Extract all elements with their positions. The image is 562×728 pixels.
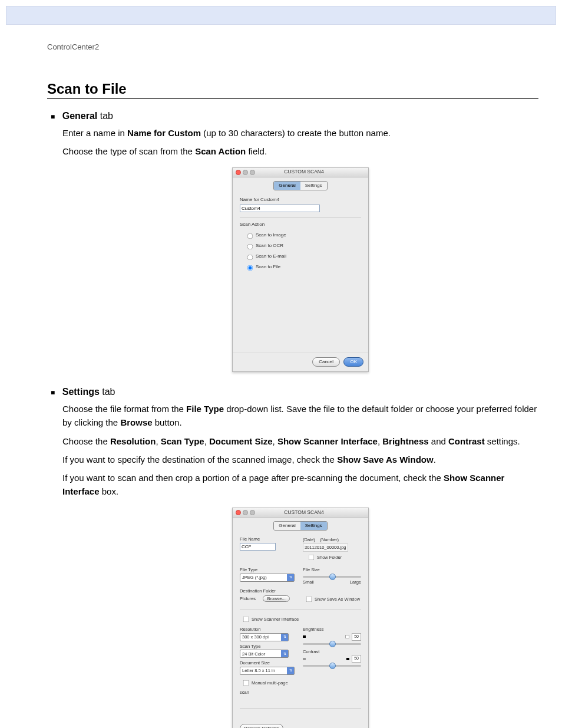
t: (up to 30 characters) to create the butt… xyxy=(201,128,391,138)
t: Scan Action xyxy=(195,146,246,156)
bullet-settings-bold: Settings xyxy=(62,387,100,397)
brightness-label: Brightness xyxy=(303,626,361,633)
resolution-label: Resolution xyxy=(240,626,298,633)
file-type-select[interactable]: JPEG (*.jpg)⇅ xyxy=(240,574,295,582)
scan-to-ocr-option[interactable]: Scan to OCR xyxy=(240,241,361,251)
brightness-dark-icon xyxy=(303,635,306,638)
scan-to-file-option[interactable]: Scan to File xyxy=(240,262,361,272)
t: Choose the type of scan from the xyxy=(62,146,195,156)
restore-defaults-button[interactable]: Restore Defaults xyxy=(240,724,283,728)
bullet-general-bold: General xyxy=(62,111,98,121)
tab-general[interactable]: General xyxy=(274,182,300,190)
bullet-settings-rest: tab xyxy=(100,387,115,397)
t: field. xyxy=(246,146,267,156)
t: Enter a name in xyxy=(62,128,127,138)
tab-settings[interactable]: Settings xyxy=(300,522,327,530)
dialog-title: CUSTOM SCAN4 xyxy=(250,168,358,176)
show-scanner-interface-checkbox[interactable] xyxy=(243,617,249,622)
document-size-label: Document Size xyxy=(240,660,298,667)
contrast-low-icon xyxy=(303,658,306,660)
file-name-input[interactable] xyxy=(240,543,276,551)
page-title: Scan to File xyxy=(47,81,538,97)
bullet-general-rest: tab xyxy=(97,111,113,121)
number-label: (Number) xyxy=(320,537,339,542)
file-size-slider[interactable] xyxy=(303,576,361,578)
top-breadcrumb: ControlCenter2 xyxy=(47,42,538,51)
show-folder-checkbox[interactable] xyxy=(309,555,315,561)
brightness-light-icon xyxy=(345,635,349,638)
show-save-as-label: Show Save As Window xyxy=(315,597,360,602)
dialog-titlebar: CUSTOM SCAN4 xyxy=(233,508,368,518)
brightness-slider[interactable] xyxy=(303,643,361,645)
resolution-select[interactable]: 300 x 300 dpi⇅ xyxy=(240,633,289,641)
chevron-updown-icon: ⇅ xyxy=(281,634,288,641)
minimize-icon xyxy=(243,510,248,515)
file-size-small: Small xyxy=(303,579,314,586)
date-number-value: 30112010_00000.jpg xyxy=(303,543,348,552)
file-type-label: File Type xyxy=(240,566,298,574)
tab-settings[interactable]: Settings xyxy=(300,182,327,190)
top-document-band xyxy=(6,6,556,25)
scan-type-select[interactable]: 24 Bit Color⇅ xyxy=(240,650,289,658)
title-underline xyxy=(47,98,538,99)
close-icon[interactable] xyxy=(236,170,241,175)
scan-to-email-option[interactable]: Scan to E-mail xyxy=(240,251,361,262)
file-size-large: Large xyxy=(350,579,361,586)
dest-folder-value: Pictures xyxy=(240,596,256,601)
ok-button[interactable]: OK xyxy=(343,357,363,367)
manual-multipage-checkbox[interactable] xyxy=(243,680,249,686)
contrast-label: Contrast xyxy=(303,648,361,655)
file-name-label: File Name xyxy=(240,536,298,543)
tab-general[interactable]: General xyxy=(274,522,300,530)
dest-folder-label: Destination Folder xyxy=(240,588,298,595)
contrast-high-icon xyxy=(346,658,349,660)
minimize-icon xyxy=(243,170,248,175)
dialog-settings: CUSTOM SCAN4 General Settings File Name xyxy=(232,508,369,728)
dialog-title: CUSTOM SCAN4 xyxy=(250,509,358,516)
t: Name for Custom xyxy=(127,128,201,138)
show-save-as-checkbox[interactable] xyxy=(306,597,312,602)
dialog-titlebar: CUSTOM SCAN4 xyxy=(233,168,368,177)
scan-type-label: Scan Type xyxy=(240,643,298,650)
file-size-label: File Size xyxy=(303,566,361,574)
cancel-button[interactable]: Cancel xyxy=(312,357,340,367)
brightness-value: 50 xyxy=(352,633,361,641)
name-for-custom-input[interactable] xyxy=(240,205,320,212)
chevron-updown-icon: ⇅ xyxy=(281,650,288,657)
close-icon[interactable] xyxy=(236,510,241,515)
date-label: (Date) xyxy=(303,537,315,542)
name-for-custom-label: Name for Custom4 xyxy=(240,196,361,203)
browse-button[interactable]: Browse... xyxy=(263,595,289,602)
show-scanner-interface-label: Show Scanner Interface xyxy=(252,617,299,622)
show-folder-label: Show Folder xyxy=(317,555,342,560)
scan-action-label: Scan Action xyxy=(240,221,361,228)
contrast-value: 50 xyxy=(352,655,361,663)
document-size-select[interactable]: Letter 8.5 x 11 in⇅ xyxy=(240,667,295,675)
dialog-general: CUSTOM SCAN4 General Settings Name for C… xyxy=(232,167,369,373)
scan-to-image-option[interactable]: Scan to Image xyxy=(240,230,361,241)
contrast-slider[interactable] xyxy=(303,665,361,667)
chevron-updown-icon: ⇅ xyxy=(287,574,294,581)
chevron-updown-icon: ⇅ xyxy=(287,667,294,674)
